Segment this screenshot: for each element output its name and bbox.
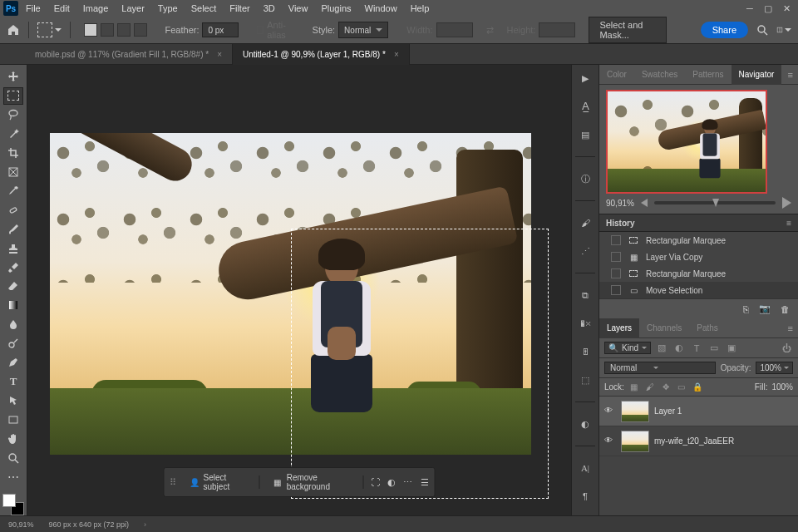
- type-tool[interactable]: T: [3, 373, 23, 391]
- layer-name[interactable]: my-wife_t20_JaaEER: [654, 436, 734, 446]
- move-tool[interactable]: [3, 68, 23, 86]
- lasso-tool[interactable]: [3, 106, 23, 124]
- transform-icon[interactable]: ⛶: [371, 476, 381, 488]
- zoom-out-icon[interactable]: [641, 199, 648, 207]
- filter-smart-icon[interactable]: ▣: [725, 342, 738, 355]
- layer-name[interactable]: Layer 1: [654, 406, 682, 416]
- search-icon[interactable]: [756, 22, 768, 37]
- hand-tool[interactable]: [3, 430, 23, 447]
- close-button[interactable]: ✕: [778, 2, 795, 14]
- menu-view[interactable]: View: [283, 2, 314, 15]
- brushes-icon[interactable]: ⋰: [577, 243, 594, 259]
- paragraph-icon[interactable]: ¶: [577, 488, 594, 505]
- snapshot-icon[interactable]: 📷: [759, 303, 771, 314]
- eyedropper-tool[interactable]: [3, 182, 23, 200]
- tab-paths[interactable]: Paths: [689, 323, 726, 332]
- panel-menu-icon[interactable]: ≡: [788, 323, 793, 333]
- menu-image[interactable]: Image: [77, 2, 115, 15]
- filter-shape-icon[interactable]: ▭: [707, 342, 721, 355]
- adjustment-icon[interactable]: ◐: [387, 476, 397, 488]
- lock-artboard-icon[interactable]: ▭: [676, 382, 687, 393]
- home-button[interactable]: [7, 22, 20, 38]
- navigator-thumbnail[interactable]: [606, 90, 767, 194]
- zoom-in-icon[interactable]: [782, 197, 791, 209]
- frame-tool[interactable]: [3, 164, 23, 181]
- history-panel-header[interactable]: History≡: [599, 214, 798, 232]
- current-tool-icon[interactable]: [37, 22, 52, 37]
- zoom-tool[interactable]: [3, 449, 23, 466]
- tab-channels[interactable]: Channels: [639, 323, 689, 332]
- styles-icon[interactable]: 🎚: [577, 343, 594, 360]
- filter-kind-select[interactable]: 🔍 Kind: [604, 342, 651, 354]
- maximize-button[interactable]: ▢: [760, 2, 776, 14]
- workspace-icon[interactable]: [776, 22, 791, 37]
- opacity-input[interactable]: 100%: [756, 362, 793, 374]
- more-icon[interactable]: ⋯: [403, 476, 413, 488]
- shape-tool[interactable]: [3, 411, 23, 428]
- gradient-tool[interactable]: [3, 297, 23, 314]
- tab-swatches[interactable]: Swatches: [634, 70, 685, 79]
- filter-adjust-icon[interactable]: ◐: [672, 342, 686, 355]
- properties-icon[interactable]: ☰: [420, 476, 430, 488]
- layer-thumbnail[interactable]: [621, 431, 649, 452]
- menu-window[interactable]: Window: [359, 2, 403, 15]
- new-doc-from-state-icon[interactable]: ⎘: [743, 304, 749, 314]
- more-tools[interactable]: ⋯: [3, 468, 23, 485]
- tab-untitled[interactable]: Untitled-1 @ 90,9% (Layer 1, RGB/8) *×: [233, 44, 410, 65]
- fill-input[interactable]: 100%: [771, 382, 793, 392]
- crop-tool[interactable]: [3, 145, 23, 162]
- menu-edit[interactable]: Edit: [48, 2, 76, 15]
- color-swatches[interactable]: [2, 494, 24, 515]
- history-item[interactable]: ▦Layer Via Copy: [599, 249, 798, 265]
- lock-trans-icon[interactable]: ▦: [628, 382, 640, 393]
- stamp-tool[interactable]: [3, 239, 23, 257]
- panel-menu-icon[interactable]: ≡: [788, 70, 793, 80]
- document-canvas[interactable]: [50, 133, 531, 455]
- select-and-mask-button[interactable]: Select and Mask...: [589, 17, 666, 43]
- blend-mode-select[interactable]: Normal: [604, 362, 716, 374]
- tab-color[interactable]: Color: [599, 70, 634, 79]
- visibility-icon[interactable]: 👁: [604, 436, 616, 447]
- menu-3d[interactable]: 3D: [258, 2, 281, 15]
- libraries-icon[interactable]: ⬚: [577, 372, 594, 388]
- glyph-icon[interactable]: A̲: [577, 98, 594, 115]
- menu-select[interactable]: Select: [185, 2, 223, 15]
- clone-source-icon[interactable]: ⧉: [577, 287, 594, 303]
- layer-row[interactable]: 👁 Layer 1: [599, 397, 798, 426]
- history-item[interactable]: Rectangular Marquee: [599, 232, 798, 249]
- character-icon[interactable]: A|: [577, 460, 594, 476]
- menu-filter[interactable]: Filter: [224, 2, 255, 15]
- filter-pixel-icon[interactable]: ▧: [655, 342, 668, 355]
- canvas-area[interactable]: ⠿ 👤Select subject ▦Remove background ⛶ ◐…: [27, 65, 571, 515]
- feather-input[interactable]: [202, 22, 239, 37]
- tab-navigator[interactable]: Navigator: [732, 65, 782, 85]
- learn-icon[interactable]: ▤: [577, 126, 594, 143]
- visibility-icon[interactable]: 👁: [604, 406, 616, 417]
- close-icon[interactable]: ×: [217, 50, 222, 59]
- menu-layer[interactable]: Layer: [116, 2, 150, 15]
- history-item[interactable]: ▭Move Selection: [599, 282, 798, 298]
- add-selection-icon[interactable]: [101, 23, 114, 37]
- wand-tool[interactable]: [3, 126, 23, 143]
- layer-thumbnail[interactable]: [621, 401, 649, 422]
- tab-mobile[interactable]: mobile.psd @ 117% (Gradient Fill 1, RGB/…: [25, 44, 233, 65]
- adjustments-icon[interactable]: �྾: [577, 315, 594, 332]
- brush-settings-icon[interactable]: 🖌: [577, 214, 594, 231]
- layer-row[interactable]: 👁 my-wife_t20_JaaEER: [599, 426, 798, 456]
- marquee-tool[interactable]: [3, 87, 23, 105]
- brush-tool[interactable]: [3, 220, 23, 238]
- tab-layers[interactable]: Layers: [599, 318, 639, 338]
- lock-pos-icon[interactable]: ✥: [660, 382, 672, 393]
- nav-zoom-slider[interactable]: [654, 201, 776, 204]
- tab-patterns[interactable]: Patterns: [685, 70, 731, 79]
- minimize-button[interactable]: ─: [741, 2, 758, 14]
- history-item[interactable]: Rectangular Marquee: [599, 265, 798, 282]
- panel-menu-icon[interactable]: ≡: [786, 219, 791, 228]
- intersect-selection-icon[interactable]: [134, 23, 147, 37]
- dodge-tool[interactable]: [3, 335, 23, 352]
- tool-preset-dropdown-icon[interactable]: [55, 28, 62, 32]
- filter-type-icon[interactable]: T: [690, 342, 703, 355]
- heal-tool[interactable]: [3, 201, 23, 219]
- share-button[interactable]: Share: [701, 22, 748, 38]
- trash-icon[interactable]: 🗑: [781, 304, 790, 314]
